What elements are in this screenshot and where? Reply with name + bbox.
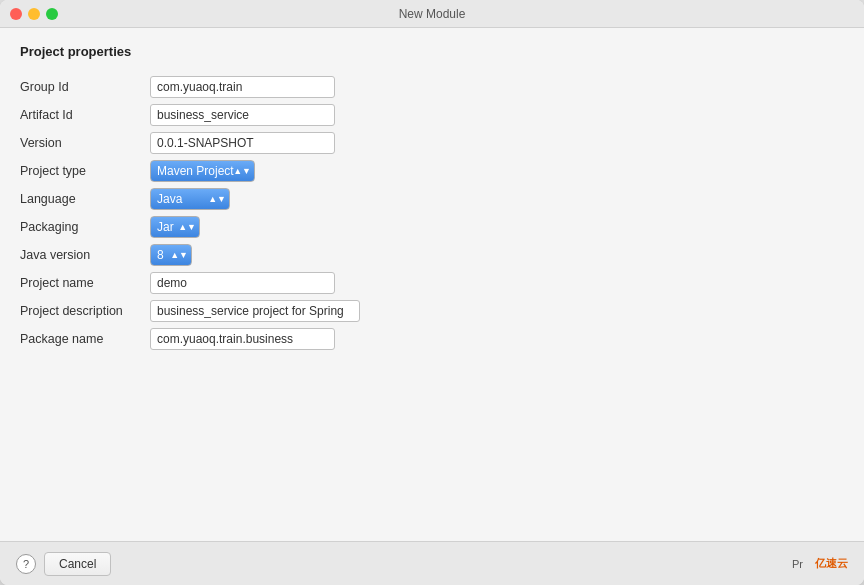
- project-type-field: Maven Project Gradle Project ▲▼: [150, 157, 844, 185]
- form-grid: Group Id Artifact Id Version Project typ…: [20, 73, 844, 353]
- artifact-id-field: [150, 101, 844, 129]
- version-label: Version: [20, 129, 150, 157]
- java-version-label: Java version: [20, 241, 150, 269]
- package-name-input[interactable]: [150, 328, 335, 350]
- help-button[interactable]: ?: [16, 554, 36, 574]
- content-area: Project properties Group Id Artifact Id …: [0, 28, 864, 541]
- footer-right: Pr 亿速云: [792, 556, 848, 571]
- packaging-field: Jar War ▲▼: [150, 213, 844, 241]
- project-type-label: Project type: [20, 157, 150, 185]
- java-version-wrapper: 8 11 17 ▲▼: [150, 244, 192, 266]
- project-description-label: Project description: [20, 297, 150, 325]
- packaging-select[interactable]: Jar War: [150, 216, 200, 238]
- packaging-wrapper: Jar War ▲▼: [150, 216, 200, 238]
- language-wrapper: Java Kotlin Groovy ▲▼: [150, 188, 230, 210]
- package-name-field: [150, 325, 844, 353]
- minimize-button[interactable]: [28, 8, 40, 20]
- group-id-label: Group Id: [20, 73, 150, 101]
- version-field: [150, 129, 844, 157]
- packaging-label: Packaging: [20, 213, 150, 241]
- titlebar: New Module: [0, 0, 864, 28]
- language-select[interactable]: Java Kotlin Groovy: [150, 188, 230, 210]
- close-button[interactable]: [10, 8, 22, 20]
- maximize-button[interactable]: [46, 8, 58, 20]
- java-version-select[interactable]: 8 11 17: [150, 244, 192, 266]
- project-name-label: Project name: [20, 269, 150, 297]
- group-id-field: [150, 73, 844, 101]
- version-input[interactable]: [150, 132, 335, 154]
- brand-pr-label: Pr: [792, 558, 803, 570]
- brand-name-label: 亿速云: [815, 556, 848, 571]
- artifact-id-input[interactable]: [150, 104, 335, 126]
- language-label: Language: [20, 185, 150, 213]
- main-window: New Module Project properties Group Id A…: [0, 0, 864, 585]
- project-name-field: [150, 269, 844, 297]
- group-id-input[interactable]: [150, 76, 335, 98]
- java-version-field: 8 11 17 ▲▼: [150, 241, 844, 269]
- cancel-button[interactable]: Cancel: [44, 552, 111, 576]
- project-type-wrapper: Maven Project Gradle Project ▲▼: [150, 160, 255, 182]
- footer: ? Cancel Pr 亿速云: [0, 541, 864, 585]
- artifact-id-label: Artifact Id: [20, 101, 150, 129]
- section-title: Project properties: [20, 44, 844, 59]
- window-title: New Module: [399, 7, 466, 21]
- project-type-select[interactable]: Maven Project Gradle Project: [150, 160, 255, 182]
- window-controls: [10, 8, 58, 20]
- project-description-field: [150, 297, 844, 325]
- project-description-input[interactable]: [150, 300, 360, 322]
- project-name-input[interactable]: [150, 272, 335, 294]
- language-field: Java Kotlin Groovy ▲▼: [150, 185, 844, 213]
- footer-left: ? Cancel: [16, 552, 111, 576]
- package-name-label: Package name: [20, 325, 150, 353]
